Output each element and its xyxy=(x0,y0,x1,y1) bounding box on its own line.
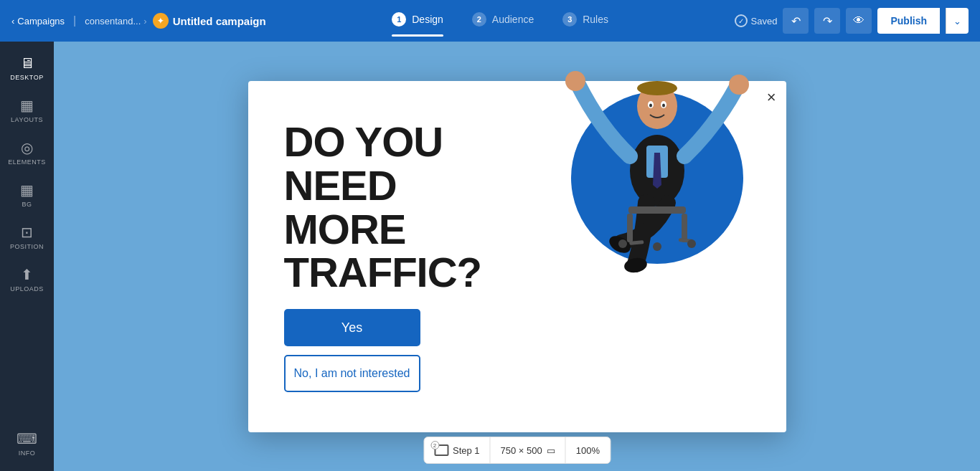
popup-close-button[interactable]: × xyxy=(767,90,776,105)
breadcrumb-chevron-icon: › xyxy=(143,16,146,27)
campaigns-label: Campaigns xyxy=(17,16,65,27)
tab-design[interactable]: 1 Design xyxy=(392,12,443,29)
uploads-icon: ⬆ xyxy=(21,267,33,282)
svg-point-20 xyxy=(653,242,661,251)
popup-modal: × DO YOU NEED MORE TRAFFIC? Yes No, I am… xyxy=(248,81,786,432)
sidebar-elements-label: ELEMENTS xyxy=(8,158,46,166)
back-chevron-icon: ‹ xyxy=(11,16,14,27)
popup-headline: DO YOU NEED MORE TRAFFIC? xyxy=(284,120,528,295)
bottom-controls: 2 Step 1 750 × 500 ▭ 100% xyxy=(423,437,611,464)
svg-marker-2 xyxy=(653,153,661,189)
powered-by-label: Powered by Adoric xyxy=(484,424,550,432)
svg-point-9 xyxy=(565,71,585,91)
nav-separator: | xyxy=(73,14,76,27)
layouts-icon: ▦ xyxy=(20,98,34,113)
sidebar-item-bg[interactable]: ▦ BG xyxy=(0,176,54,215)
tab-rules[interactable]: 3 Rules xyxy=(562,12,608,29)
svg-point-10 xyxy=(729,75,749,95)
bottom-controls-bar: 2 Step 1 750 × 500 ▭ 100% xyxy=(423,437,611,464)
step-icon: 2 xyxy=(434,444,448,456)
svg-rect-13 xyxy=(628,206,686,214)
publish-dropdown-button[interactable]: ⌄ xyxy=(946,8,969,34)
dimensions-display: 750 × 500 ▭ xyxy=(491,437,566,463)
person-illustration xyxy=(564,16,750,282)
popup-buttons: Yes No, I am not interested xyxy=(284,309,528,392)
sidebar-info-label: INFO xyxy=(19,449,36,457)
sidebar-uploads-label: UPLOADS xyxy=(10,285,44,292)
tab-rules-label: Rules xyxy=(583,14,608,25)
campaign-icon: ✦ xyxy=(153,13,169,29)
saved-indicator: ✓ Saved xyxy=(735,14,778,27)
nav-right-actions: ✓ Saved ↶ ↷ 👁 Publish ⌄ xyxy=(735,8,969,34)
step-badge: 2 xyxy=(430,441,439,449)
saved-label: Saved xyxy=(751,16,778,27)
svg-point-19 xyxy=(687,239,696,248)
breadcrumb-site[interactable]: consentand... xyxy=(85,16,141,27)
sidebar: 🖥 DESKTOP ▦ LAYOUTS ◎ ELEMENTS ▦ BG ⊡ PO… xyxy=(0,42,54,471)
top-navigation: ‹ Campaigns | consentand... › ✦ Untitled… xyxy=(0,0,980,42)
svg-point-18 xyxy=(618,239,627,248)
sidebar-position-label: POSITION xyxy=(10,243,44,250)
popup-content: DO YOU NEED MORE TRAFFIC? Yes No, I am n… xyxy=(248,81,786,432)
elements-icon: ◎ xyxy=(21,141,33,155)
zoom-value: 100% xyxy=(576,445,600,456)
campaign-name[interactable]: Untitled campaign xyxy=(173,15,266,27)
tab-design-label: Design xyxy=(412,14,443,25)
zoom-display[interactable]: 100% xyxy=(566,437,610,463)
campaigns-back-link[interactable]: ‹ Campaigns xyxy=(11,16,65,27)
sidebar-layouts-label: LAYOUTS xyxy=(11,116,43,123)
info-icon: ⌨ xyxy=(17,432,37,446)
svg-point-7 xyxy=(649,103,652,107)
tab-audience-label: Audience xyxy=(492,14,534,25)
sidebar-desktop-label: DESKTOP xyxy=(10,74,43,81)
tab-design-num: 1 xyxy=(392,12,406,27)
undo-button[interactable]: ↶ xyxy=(783,8,809,34)
breadcrumb: consentand... › xyxy=(85,16,146,27)
sidebar-item-uploads[interactable]: ⬆ UPLOADS xyxy=(0,260,54,300)
popup-yes-button[interactable]: Yes xyxy=(284,309,420,346)
sidebar-item-info[interactable]: ⌨ INFO xyxy=(0,424,54,464)
preview-button[interactable]: 👁 xyxy=(846,8,872,34)
popup-no-button[interactable]: No, I am not interested xyxy=(284,355,420,392)
publish-button[interactable]: Publish xyxy=(877,8,940,34)
position-icon: ⊡ xyxy=(21,225,33,239)
svg-rect-14 xyxy=(627,214,633,242)
tab-rules-num: 3 xyxy=(562,12,577,27)
sidebar-bg-label: BG xyxy=(22,201,32,208)
dimensions-icon: ▭ xyxy=(547,445,555,456)
svg-point-8 xyxy=(662,103,665,107)
popup-headline-line2: MORE TRAFFIC? xyxy=(284,208,528,295)
sidebar-item-position[interactable]: ⊡ POSITION xyxy=(0,218,54,257)
sidebar-item-elements[interactable]: ◎ ELEMENTS xyxy=(0,133,54,173)
step-label: Step 1 xyxy=(453,445,480,456)
popup-left-panel: DO YOU NEED MORE TRAFFIC? Yes No, I am n… xyxy=(284,120,528,393)
nav-tabs: 1 Design 2 Audience 3 Rules xyxy=(272,12,729,29)
svg-rect-15 xyxy=(682,214,687,242)
person-figure xyxy=(564,16,750,282)
sidebar-item-layouts[interactable]: ▦ LAYOUTS xyxy=(0,91,54,130)
sidebar-item-desktop[interactable]: 🖥 DESKTOP xyxy=(0,49,54,88)
saved-check-icon: ✓ xyxy=(735,14,748,27)
redo-button[interactable]: ↷ xyxy=(814,8,840,34)
campaign-title-area: ✦ Untitled campaign xyxy=(153,13,266,29)
dimensions-value: 750 × 500 xyxy=(501,445,542,456)
step-indicator[interactable]: 2 Step 1 xyxy=(424,437,491,463)
desktop-icon: 🖥 xyxy=(20,56,34,70)
tab-audience-num: 2 xyxy=(472,12,486,27)
main-area: 🖥 DESKTOP ▦ LAYOUTS ◎ ELEMENTS ▦ BG ⊡ PO… xyxy=(0,42,980,471)
bg-icon: ▦ xyxy=(20,183,34,197)
tab-audience[interactable]: 2 Audience xyxy=(472,12,534,29)
svg-point-4 xyxy=(637,81,677,95)
canvas-area: × DO YOU NEED MORE TRAFFIC? Yes No, I am… xyxy=(54,42,980,471)
popup-headline-line1: DO YOU NEED xyxy=(284,120,528,208)
